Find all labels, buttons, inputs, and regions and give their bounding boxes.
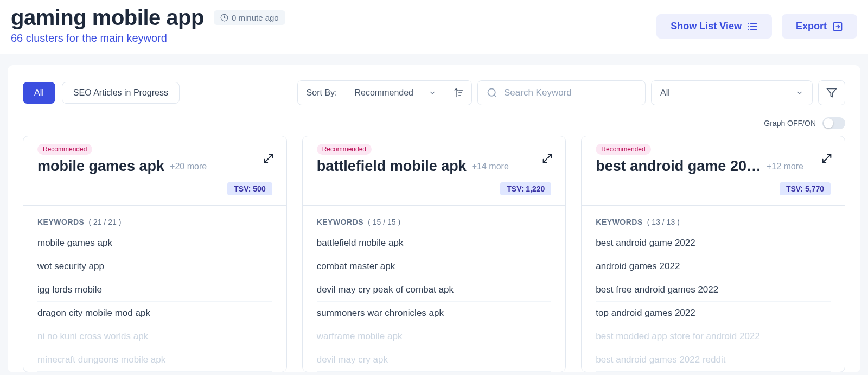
- keyword-item[interactable]: combat master apk: [317, 255, 552, 278]
- card-title-row: battlefield mobile apk+14 more: [317, 158, 552, 175]
- show-list-view-label: Show List View: [671, 21, 742, 32]
- filter-button[interactable]: [818, 80, 845, 105]
- keyword-item[interactable]: best android games 2022 reddit: [596, 348, 831, 372]
- keyword-item[interactable]: best android game 2022: [596, 232, 831, 255]
- keyword-item[interactable]: devil may cry apk: [317, 348, 552, 372]
- subtitle: 66 clusters for the main keyword: [11, 32, 285, 45]
- keywords-count: ( 21 / 21 ): [88, 218, 121, 226]
- header-actions: Show List View Export: [656, 5, 857, 39]
- controls-row: All SEO Articles in Progress Sort By: Re…: [23, 80, 845, 105]
- expand-button[interactable]: [263, 152, 275, 164]
- svg-point-11: [488, 89, 495, 96]
- keyword-item[interactable]: devil may cry peak of combat apk: [317, 278, 552, 302]
- recommended-badge: Recommended: [596, 144, 650, 155]
- search-box[interactable]: [477, 80, 646, 105]
- chevron-down-icon: [429, 89, 436, 97]
- expand-button[interactable]: [541, 152, 553, 164]
- card-title: battlefield mobile apk: [317, 158, 467, 175]
- tsv-badge: TSV: 5,770: [780, 182, 831, 195]
- tsv-badge: TSV: 1,220: [500, 182, 551, 195]
- keywords-header: KEYWORDS( 13 / 13 ): [596, 206, 831, 232]
- keyword-item[interactable]: best free android games 2022: [596, 278, 831, 302]
- card-title-row: best android game 20…+12 more: [596, 158, 831, 175]
- sort-label: Sort By:: [298, 88, 346, 98]
- keyword-item[interactable]: summoners war chronicles apk: [317, 302, 552, 325]
- card-title: mobile games apk: [37, 158, 164, 175]
- keywords-count: ( 15 / 15 ): [368, 218, 400, 226]
- title-row: gaming mobile app 0 minute ago: [11, 5, 285, 30]
- keyword-list: best android game 2022android games 2022…: [596, 232, 831, 372]
- keywords-label: KEYWORDS: [317, 218, 363, 226]
- keyword-item[interactable]: wot security app: [37, 255, 272, 278]
- expand-button[interactable]: [821, 152, 833, 164]
- keywords-label: KEYWORDS: [37, 218, 84, 226]
- tab-seo-articles[interactable]: SEO Articles in Progress: [62, 82, 180, 104]
- time-ago-text: 0 minute ago: [232, 13, 279, 22]
- svg-marker-13: [827, 89, 837, 97]
- cluster-card: Recommendedbattlefield mobile apk+14 mor…: [302, 136, 566, 372]
- page-header: gaming mobile app 0 minute ago 66 cluste…: [0, 0, 868, 54]
- clock-icon: [220, 14, 228, 22]
- tsv-row: TSV: 1,220: [317, 182, 552, 195]
- keyword-item[interactable]: android games 2022: [596, 255, 831, 278]
- tsv-row: TSV: 500: [37, 182, 272, 195]
- keywords-header: KEYWORDS( 21 / 21 ): [37, 206, 272, 232]
- cards-row: Recommendedmobile games apk+20 moreTSV: …: [23, 136, 845, 372]
- more-count: +14 more: [472, 162, 509, 171]
- page-title: gaming mobile app: [11, 5, 204, 30]
- tabs: All SEO Articles in Progress: [23, 82, 180, 104]
- graph-label: Graph OFF/ON: [764, 119, 816, 128]
- chevron-down-icon: [796, 89, 803, 97]
- filter-value: All: [660, 88, 670, 98]
- card-title-row: mobile games apk+20 more: [37, 158, 272, 175]
- graph-toggle-row: Graph OFF/ON: [23, 105, 845, 136]
- right-controls: Sort By: Recommended All: [297, 80, 845, 105]
- keyword-list: mobile games apkwot security appigg lord…: [37, 232, 272, 372]
- export-button[interactable]: Export: [782, 14, 857, 39]
- cluster-card: Recommendedbest android game 20…+12 more…: [581, 136, 845, 372]
- header-left: gaming mobile app 0 minute ago 66 cluste…: [11, 5, 285, 45]
- sort-direction-button[interactable]: [445, 81, 471, 105]
- time-badge: 0 minute ago: [214, 10, 285, 25]
- svg-line-12: [494, 95, 496, 97]
- search-icon: [487, 87, 497, 98]
- more-count: +20 more: [170, 162, 207, 171]
- sort-value: Recommended: [355, 88, 414, 98]
- sort-icon: [453, 87, 464, 98]
- keywords-label: KEYWORDS: [596, 218, 642, 226]
- keyword-item[interactable]: dragon city mobile mod apk: [37, 302, 272, 325]
- show-list-view-button[interactable]: Show List View: [656, 14, 772, 39]
- keywords-count: ( 13 / 13 ): [647, 218, 680, 226]
- keyword-item[interactable]: ni no kuni cross worlds apk: [37, 325, 272, 348]
- keyword-item[interactable]: warframe mobile apk: [317, 325, 552, 348]
- keyword-item[interactable]: battlefield mobile apk: [317, 232, 552, 255]
- list-icon: [747, 21, 758, 32]
- keyword-item[interactable]: minecraft dungeons mobile apk: [37, 348, 272, 372]
- tsv-row: TSV: 5,770: [596, 182, 831, 195]
- filter-select[interactable]: All: [651, 80, 813, 105]
- card-title: best android game 20…: [596, 158, 761, 175]
- keywords-header: KEYWORDS( 15 / 15 ): [317, 206, 552, 232]
- search-input[interactable]: [504, 87, 636, 98]
- keyword-item[interactable]: top android games 2022: [596, 302, 831, 325]
- keyword-item[interactable]: mobile games apk: [37, 232, 272, 255]
- cluster-card: Recommendedmobile games apk+20 moreTSV: …: [23, 136, 287, 372]
- keyword-item[interactable]: best modded app store for android 2022: [596, 325, 831, 348]
- sort-select[interactable]: Recommended: [346, 88, 445, 98]
- recommended-badge: Recommended: [317, 144, 372, 155]
- sort-group: Sort By: Recommended: [297, 80, 472, 105]
- tab-all[interactable]: All: [23, 82, 55, 104]
- main-panel: All SEO Articles in Progress Sort By: Re…: [8, 65, 860, 372]
- export-icon: [832, 21, 843, 32]
- export-label: Export: [796, 21, 827, 32]
- tsv-badge: TSV: 500: [227, 182, 272, 195]
- recommended-badge: Recommended: [37, 144, 92, 155]
- graph-toggle[interactable]: [822, 117, 845, 129]
- keyword-list: battlefield mobile apkcombat master apkd…: [317, 232, 552, 372]
- filter-icon: [826, 87, 837, 98]
- more-count: +12 more: [767, 162, 803, 171]
- keyword-item[interactable]: igg lords mobile: [37, 278, 272, 302]
